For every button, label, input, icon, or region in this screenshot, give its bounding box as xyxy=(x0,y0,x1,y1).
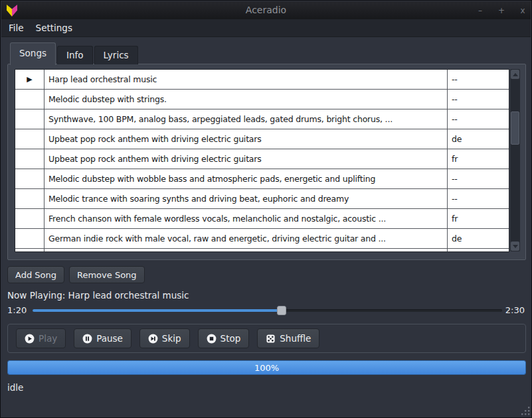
arrow-up-icon xyxy=(513,73,518,76)
seek-slider-fill xyxy=(33,309,282,312)
song-language-cell: -- xyxy=(448,169,509,188)
song-title-cell: Melodic dubstep with strings. xyxy=(44,90,448,109)
table-row[interactable]: French chanson with female wordless voca… xyxy=(15,209,509,229)
table-row[interactable]: Upbeat pop rock anthem with driving elec… xyxy=(15,129,509,149)
song-title-cell: Upbeat pop rock anthem with driving elec… xyxy=(44,149,448,169)
menu-bar: File Settings xyxy=(1,19,531,37)
table-row[interactable]: Upbeat pop rock anthem with driving elec… xyxy=(15,149,509,169)
play-button[interactable]: Play xyxy=(16,328,66,348)
shuffle-button-label: Shuffle xyxy=(280,333,311,344)
resize-grip[interactable] xyxy=(521,406,530,415)
window-controls: – + x xyxy=(476,1,527,19)
pause-button[interactable]: Pause xyxy=(74,328,132,348)
playing-indicator-cell xyxy=(15,149,44,169)
stop-button-label: Stop xyxy=(221,333,241,344)
status-text: idle xyxy=(7,382,23,393)
song-title-cell: Synthwave, 100 BPM, analog bass, arpeggi… xyxy=(44,109,448,129)
window-titlebar[interactable]: Aceradio – + x xyxy=(1,1,531,20)
library-buttons: Add Song Remove Song xyxy=(7,266,145,283)
elapsed-time-label: 1:20 xyxy=(7,305,27,316)
playback-controls-group: PlayPauseSkipStopShuffle xyxy=(7,324,526,353)
playing-indicator-icon: ▶ xyxy=(15,70,44,89)
song-language-cell: -- xyxy=(448,109,509,129)
tab-lyrics[interactable]: Lyrics xyxy=(94,46,138,64)
table-row[interactable]: German indie rock with male vocal, raw a… xyxy=(15,229,509,249)
song-title-cell: French chanson with female wordless voca… xyxy=(44,209,448,228)
playing-indicator-cell xyxy=(15,109,44,129)
song-table: ▶Harp lead orchestral music--Melodic dub… xyxy=(15,69,520,252)
songs-panel: ▶Harp lead orchestral music--Melodic dub… xyxy=(7,64,526,260)
skip-icon xyxy=(148,334,158,344)
song-title-cell: Melodic dubstep with wobble bass and atm… xyxy=(44,169,448,188)
song-language-cell: de xyxy=(448,229,509,248)
song-language-cell: -- xyxy=(448,189,509,208)
arrow-down-icon xyxy=(513,245,518,248)
app-window: Aceradio – + x File Settings Songs Info … xyxy=(0,0,532,418)
table-row-partial xyxy=(15,249,509,251)
song-title-cell: Harp lead orchestral music xyxy=(44,70,448,89)
song-language-cell: fr xyxy=(448,209,509,228)
close-button[interactable]: x xyxy=(519,6,527,15)
song-language-cell: fr xyxy=(448,149,509,169)
tab-info[interactable]: Info xyxy=(57,46,93,64)
song-language-cell: -- xyxy=(448,90,509,109)
maximize-button[interactable]: + xyxy=(497,6,505,15)
shuffle-button[interactable]: Shuffle xyxy=(257,328,319,348)
progress-bar: 100% xyxy=(7,360,526,375)
total-time-label: 2:30 xyxy=(505,305,525,316)
play-icon xyxy=(25,334,35,344)
song-title-cell: Melodic trance with soaring synths and d… xyxy=(44,189,448,208)
scrollbar-thumb[interactable] xyxy=(511,111,519,145)
pause-icon xyxy=(82,334,92,344)
menu-settings[interactable]: Settings xyxy=(30,19,78,37)
scroll-down-button[interactable] xyxy=(511,242,519,251)
table-row[interactable]: Melodic dubstep with strings.-- xyxy=(15,90,509,109)
song-table-grid: ▶Harp lead orchestral music--Melodic dub… xyxy=(15,69,509,252)
stop-icon xyxy=(207,334,217,344)
add-song-button[interactable]: Add Song xyxy=(7,266,64,283)
table-row[interactable]: ▶Harp lead orchestral music-- xyxy=(15,70,509,90)
scroll-up-button[interactable] xyxy=(511,70,519,79)
song-language-cell: de xyxy=(448,129,509,149)
song-title-cell: German indie rock with male vocal, raw a… xyxy=(44,229,448,248)
playing-indicator-cell xyxy=(15,169,44,188)
skip-button[interactable]: Skip xyxy=(139,328,190,348)
playing-indicator-cell xyxy=(15,189,44,208)
menu-file[interactable]: File xyxy=(3,19,30,37)
song-title-cell: Upbeat pop rock anthem with driving elec… xyxy=(44,129,448,149)
progress-bar-label: 100% xyxy=(8,361,525,375)
seek-slider[interactable] xyxy=(33,305,502,316)
table-row[interactable]: Melodic dubstep with wobble bass and atm… xyxy=(15,169,509,189)
table-row[interactable]: Melodic trance with soaring synths and d… xyxy=(15,189,509,209)
song-language-cell: -- xyxy=(448,70,509,89)
playing-indicator-cell xyxy=(15,229,44,248)
stop-button[interactable]: Stop xyxy=(198,328,250,348)
play-button-label: Play xyxy=(39,333,57,344)
seek-slider-handle[interactable] xyxy=(277,306,286,315)
shuffle-icon xyxy=(266,334,276,344)
pause-button-label: Pause xyxy=(96,333,123,344)
minimize-button[interactable]: – xyxy=(476,6,484,15)
window-title: Aceradio xyxy=(1,1,531,19)
table-row[interactable]: Synthwave, 100 BPM, analog bass, arpeggi… xyxy=(15,109,509,129)
now-playing-label: Now Playing: Harp lead orchestral music xyxy=(7,290,189,301)
vertical-scrollbar[interactable] xyxy=(510,69,520,251)
remove-song-button[interactable]: Remove Song xyxy=(69,266,145,283)
tab-bar: Songs Info Lyrics xyxy=(10,42,139,64)
skip-button-label: Skip xyxy=(162,333,181,344)
playing-indicator-cell xyxy=(15,129,44,149)
playing-indicator-cell xyxy=(15,209,44,228)
tab-songs[interactable]: Songs xyxy=(10,42,56,65)
playing-indicator-cell xyxy=(15,90,44,109)
